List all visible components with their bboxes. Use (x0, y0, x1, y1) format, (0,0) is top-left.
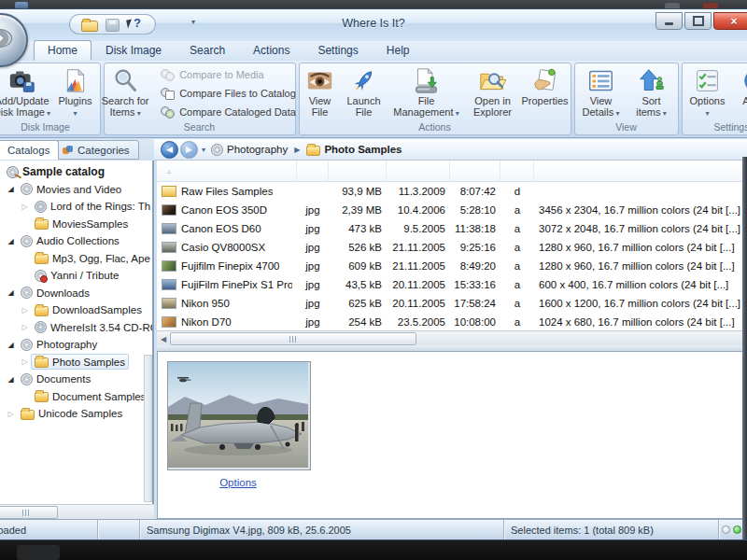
options-link[interactable]: Options (167, 477, 309, 488)
options-button[interactable]: Options (684, 65, 732, 119)
tab-catalogs[interactable]: Catalogs (0, 140, 59, 160)
sort-items-button[interactable]: Sort items (627, 65, 677, 119)
open-in-explorer-button[interactable]: Open in Explorer (467, 65, 519, 118)
expander-icon[interactable] (5, 237, 17, 245)
tree-item[interactable]: Document Samples (0, 388, 152, 406)
file-list-header (157, 161, 747, 182)
close-button[interactable]: × (713, 12, 747, 30)
compare-cataloged-data-button[interactable]: Compare Cataloged Data (156, 103, 301, 121)
tab-categories[interactable]: Categories (53, 140, 139, 160)
properties-button[interactable]: Properties (519, 65, 571, 106)
tab-home[interactable]: Home (34, 40, 92, 61)
tree-item[interactable]: Unicode Samples (0, 405, 152, 423)
plugins-button[interactable]: Plugins (52, 65, 99, 119)
detail-line (318, 502, 742, 514)
file-thumbnail-icon (162, 260, 176, 272)
history-dropdown-icon[interactable]: ▾ (202, 146, 205, 154)
maximize-button[interactable] (684, 12, 712, 30)
tree-item[interactable]: Documents (0, 371, 152, 388)
detail-line (318, 357, 742, 370)
tree-item[interactable]: Lord of the Rings: Th (0, 198, 152, 216)
breadcrumb-item-photography[interactable]: Photography (211, 144, 288, 156)
expander-icon[interactable] (19, 306, 31, 315)
file-list: Raw Files Samples 93,9 MB 11.3.2009 8:07… (157, 161, 747, 330)
cell-ext: jpg (297, 294, 329, 313)
expander-icon[interactable] (19, 357, 31, 366)
tree-item-icon (21, 339, 33, 351)
detail-line (318, 490, 742, 502)
tree-item[interactable]: MoviesSamples (0, 216, 152, 233)
tree-item[interactable]: Photo Samples (0, 354, 152, 371)
tree-item[interactable]: Downloads (0, 285, 152, 302)
column-header[interactable] (157, 161, 297, 181)
back-button[interactable]: ◀ (161, 141, 178, 159)
tree-item-icon (35, 254, 49, 264)
tree-item[interactable]: Yanni / Tribute (0, 267, 152, 285)
tree-item[interactable]: Mp3, Ogg, Flac, Ape (0, 250, 152, 268)
expander-icon[interactable] (5, 375, 17, 384)
expander-icon[interactable] (5, 185, 17, 193)
minimize-button[interactable] (655, 12, 683, 30)
view-file-button[interactable]: View File (299, 65, 342, 118)
tree-item[interactable]: Photography (0, 336, 152, 354)
column-header[interactable] (329, 161, 387, 181)
tab-search[interactable]: Search (176, 40, 239, 61)
breadcrumb-bar: ◀ ▶ ▾ Photography ▶ Photo Samples (154, 139, 747, 161)
forward-button[interactable]: ▶ (180, 141, 198, 159)
table-row[interactable]: FujiFilm FinePix S1 Pro jpg 43,5 kB 20.1… (157, 275, 747, 294)
window-title: Where Is It? (0, 17, 747, 30)
cell-ext: jpg (297, 275, 329, 294)
tree-item[interactable]: Sample catalog (0, 163, 152, 181)
file-management-button[interactable]: File Management (387, 65, 467, 119)
launch-file-button[interactable]: Launch File (342, 65, 387, 118)
tree-item-icon (6, 164, 21, 179)
expander-icon[interactable] (5, 341, 17, 349)
column-header[interactable] (500, 161, 534, 181)
cell-attr: d (500, 182, 534, 201)
tab-actions[interactable]: Actions (239, 40, 303, 61)
tree-vertical-scrollbar[interactable] (144, 355, 152, 502)
group-label-disk-image: Disk Image (0, 121, 100, 134)
scrollbar-thumb[interactable] (0, 506, 58, 519)
background-minimize-icon[interactable] (665, 3, 680, 9)
about-button[interactable]: About (732, 65, 747, 119)
expander-icon[interactable] (19, 323, 31, 331)
add-update-disk-image-button[interactable]: Add/Update Disk Image (0, 65, 52, 119)
column-header[interactable] (387, 161, 450, 181)
table-row[interactable]: Nikon 950 jpg 625 kB 20.11.2005 17:58:24… (157, 294, 747, 313)
column-header[interactable] (534, 161, 747, 181)
table-row[interactable]: Raw Files Samples 93,9 MB 11.3.2009 8:07… (157, 182, 747, 201)
tree-item[interactable]: DownloadSamples (0, 301, 152, 319)
tree-item-label: Downloads (36, 287, 90, 299)
tab-disk-image[interactable]: Disk Image (92, 40, 176, 61)
scroll-left-icon[interactable]: ◀ (157, 335, 170, 343)
tree-item[interactable]: Movies and Video (0, 181, 152, 199)
detail-line (318, 382, 742, 394)
status-led-on-icon (733, 525, 741, 534)
file-list-horizontal-scrollbar[interactable]: ◀ ▶ (157, 330, 747, 346)
tab-settings[interactable]: Settings (303, 40, 372, 61)
search-for-items-button[interactable]: Search for Items (98, 65, 152, 119)
breadcrumb-item-photo-samples[interactable]: Photo Samples (306, 144, 402, 156)
view-details-icon (587, 67, 614, 94)
tree-item[interactable]: Audio Collections (0, 232, 152, 250)
scrollbar-thumb[interactable] (170, 332, 416, 345)
file-list-body: Raw Files Samples 93,9 MB 11.3.2009 8:07… (157, 182, 747, 330)
table-row[interactable]: Casio QV8000SX jpg 526 kB 21.11.2005 9:2… (157, 238, 747, 257)
tab-help[interactable]: Help (373, 40, 424, 61)
column-header[interactable] (297, 161, 329, 181)
table-row[interactable]: Nikon D70 jpg 254 kB 23.5.2005 10:08:00 … (157, 313, 747, 330)
table-row[interactable]: Fujifilm Finepix 4700 jpg 609 kB 21.11.2… (157, 257, 747, 275)
compare-to-media-button[interactable]: Compare to Media (156, 65, 301, 84)
table-row[interactable]: Canon EOS D60 jpg 473 kB 9.5.2005 11:38:… (157, 219, 747, 238)
expander-icon[interactable] (5, 410, 17, 418)
table-row[interactable]: Canon EOS 350D jpg 2,39 MB 10.4.2006 5:2… (157, 201, 747, 219)
column-header[interactable] (450, 161, 500, 181)
view-details-button[interactable]: View Details (576, 65, 627, 119)
detail-line (318, 406, 742, 418)
expander-icon[interactable] (19, 203, 31, 211)
tree-horizontal-scrollbar[interactable] (0, 504, 154, 520)
expander-icon[interactable] (5, 288, 17, 297)
compare-files-to-catalog-button[interactable]: Compare Files to Catalog (156, 84, 301, 103)
tree-item[interactable]: WhereIsIt 3.54 CD-RO (0, 319, 152, 337)
